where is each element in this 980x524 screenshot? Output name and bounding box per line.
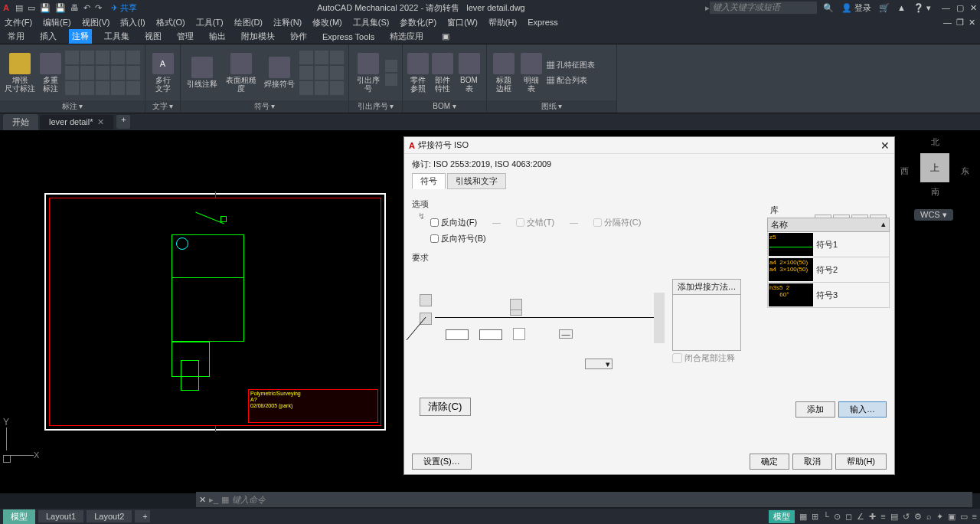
opt-separator[interactable]: 分隔符(C) [593,217,641,228]
apps-icon[interactable]: ▲ [897,3,906,12]
dim-s15[interactable] [126,81,140,95]
menu-parametric[interactable]: 参数化(P) [400,17,436,28]
dim-s2[interactable] [80,51,94,64]
multi-dim-button[interactable]: 多重 标注 [38,53,62,93]
tail-combo[interactable]: ▾ [585,359,612,369]
viewcube-west[interactable]: 西 [900,165,909,177]
help-button[interactable]: 帮助(H) [835,454,887,470]
dialog-close-icon[interactable]: ✕ [880,139,890,152]
tab-symbol[interactable]: 符号 [412,173,446,189]
flag-box-top[interactable] [420,294,432,306]
doctab-start[interactable]: 开始 [3,114,38,130]
status-model[interactable]: 模型 [769,510,795,523]
viewcube-north[interactable]: 北 [900,136,969,148]
wcs-label[interactable]: WCS ▾ [914,209,953,221]
menu-annotate[interactable]: 注释(N) [273,17,302,28]
layout-add[interactable]: + [135,510,150,522]
status-trans-icon[interactable]: ▤ [890,512,898,522]
sym-picker[interactable] [513,328,525,340]
status-snap-icon[interactable]: ⊞ [812,512,818,522]
close-icon[interactable]: ✕ [970,3,977,13]
ribtab-collab[interactable]: 协作 [287,29,310,44]
dim-s8[interactable] [96,66,109,80]
sym-s2[interactable] [315,51,328,64]
sym-s8[interactable] [315,81,328,95]
fit-list-button[interactable]: ▦ 配合列表 [547,75,595,86]
cancel-button[interactable]: 取消 [792,454,832,470]
viewcube-top[interactable]: 上 [920,153,949,182]
dim-s14[interactable] [111,81,125,95]
cmdline-close-icon[interactable]: ✕ [199,495,206,505]
tab-leader-text[interactable]: 引线和文字 [447,173,506,189]
title-border-button[interactable]: 标题 边框 [492,53,516,93]
status-clean-icon[interactable]: ▭ [960,512,968,522]
dim-s10[interactable] [126,66,140,80]
opt-flip-symbol[interactable]: 反向符号(B) [430,233,486,244]
status-dyn-icon[interactable]: ✚ [869,512,876,522]
sym-s9[interactable] [330,81,344,95]
status-grid-icon[interactable]: ▦ [799,512,807,522]
share-button[interactable]: ✈ 共享 [111,2,137,14]
status-scale-icon[interactable]: ⌕ [926,512,932,521]
doc-minimize-icon[interactable]: — [943,18,952,28]
ribtab-home[interactable]: 常用 [5,29,28,44]
tail-handle[interactable] [654,293,665,343]
status-ortho-icon[interactable]: └ [823,512,829,521]
menu-toolset[interactable]: 工具集(S) [353,17,390,28]
ribtab-featured[interactable]: 精选应用 [387,29,426,44]
viewcube[interactable]: 北 西 上 东 南 WCS ▾ [900,136,969,221]
sym-s4[interactable] [299,66,313,80]
dim-s1[interactable] [65,51,79,64]
lib-item-2[interactable]: a4 2×100(50) a4 3×100(50)符号2 [767,257,890,283]
login-button[interactable]: 👤 登录 [841,2,871,14]
sym-s5[interactable] [315,66,328,80]
menu-edit[interactable]: 编辑(E) [43,17,71,28]
dim-s4[interactable] [111,51,125,64]
qat-redo-icon[interactable]: ↷ [95,3,102,13]
qat-saveas-icon[interactable]: 💾 [55,3,66,13]
menu-modify[interactable]: 修改(M) [312,17,342,28]
dash-button[interactable]: — [559,329,573,339]
add-method-button[interactable]: 添加焊接方法… [673,280,740,295]
cmdline-handle-icon[interactable]: ▸_ [209,495,218,505]
status-workspace-icon[interactable]: ✦ [936,512,943,522]
status-iso-icon[interactable]: ▣ [948,512,956,522]
doctab-close-icon[interactable]: ✕ [97,117,104,127]
dialog-titlebar[interactable]: A 焊接符号 ISO ✕ [404,137,894,154]
menu-help[interactable]: 帮助(H) [488,17,517,28]
command-line[interactable]: ✕ ▸_ ▦ 键入命令 [196,492,972,507]
dim-s7[interactable] [80,66,94,80]
method-list[interactable] [673,295,740,350]
menu-insert[interactable]: 插入(I) [120,17,145,28]
dim-s3[interactable] [96,51,109,64]
menu-file[interactable]: 文件(F) [5,17,32,28]
menu-tools[interactable]: 工具(T) [196,17,224,28]
status-anno-icon[interactable]: ⚙ [914,512,922,522]
enhanced-dim-button[interactable]: 增强 尺寸标注 [5,53,35,93]
mtext-button[interactable]: A多行 文字 [150,53,175,93]
dim-s5[interactable] [126,51,140,64]
ribtab-annotate[interactable]: 注释 [69,29,92,44]
sym-s7[interactable] [299,81,313,95]
maximize-icon[interactable]: ▢ [956,3,964,13]
surface-rough-button[interactable]: 表面粗糙度 [222,53,260,93]
clear-button[interactable]: 清除(C) [420,398,471,416]
qat-plot-icon[interactable]: 🖶 [70,3,79,13]
sym-s3[interactable] [330,51,344,64]
menu-express[interactable]: Express [528,18,558,27]
menu-draw[interactable]: 绘图(D) [234,17,263,28]
weld-symbol-button[interactable]: 焊接符号 [263,57,296,88]
cmdline-input[interactable]: 键入命令 [232,494,969,506]
search-input[interactable]: 键入关键字或短语 [710,2,817,14]
sym-box-mid[interactable] [510,309,522,316]
close-tail-checkbox[interactable]: 闭合尾部注释 [672,352,735,364]
dim-s9[interactable] [111,66,125,80]
ribtab-manage[interactable]: 管理 [174,29,197,44]
layout-model[interactable]: 模型 [3,509,35,524]
viewcube-south[interactable]: 南 [900,186,969,198]
dim-s12[interactable] [80,81,94,95]
status-custom-icon[interactable]: ≡ [972,512,977,521]
search-icon[interactable]: 🔍 [823,3,834,13]
parts-list-button[interactable]: 明细 表 [519,53,544,93]
opt-stagger[interactable]: 交错(T) [516,217,554,228]
